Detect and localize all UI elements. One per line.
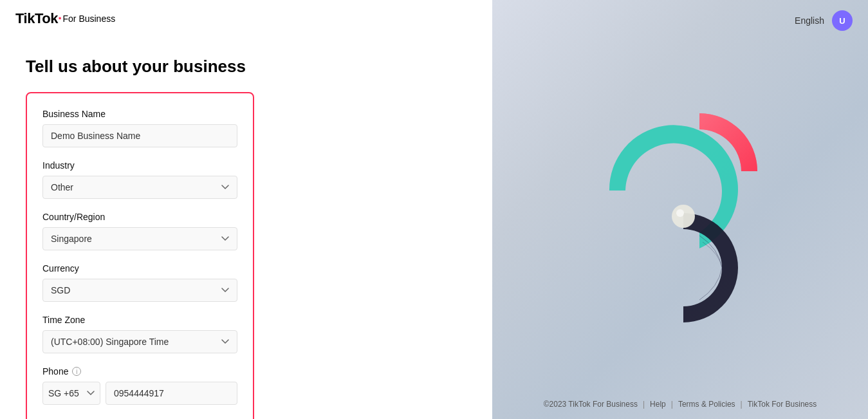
right-footer: ©2023 TikTok For Business | Help | Terms… — [492, 400, 868, 409]
terms-link[interactable]: Terms & Policies — [678, 400, 735, 409]
svg-point-0 — [672, 205, 695, 228]
copyright-text: ©2023 TikTok For Business — [544, 400, 638, 409]
country-label: Country/Region — [42, 212, 237, 222]
phone-number-input[interactable] — [106, 382, 237, 405]
language-selector[interactable]: English — [795, 15, 824, 26]
phone-country-select[interactable]: SG +65 — [42, 382, 100, 405]
logo-forbusiness-text: For Business — [63, 14, 116, 24]
tiktok-illustration — [571, 88, 790, 332]
top-right-nav: English U — [795, 10, 853, 31]
country-select[interactable]: Singapore — [42, 227, 237, 250]
industry-select[interactable]: Other — [42, 176, 237, 199]
right-panel: English U ©2023 T — [492, 0, 868, 419]
help-link[interactable]: Help — [650, 400, 666, 409]
form-card: Business Name Industry Other Country/Reg… — [26, 92, 254, 419]
logo: TikTok·For Business — [15, 10, 115, 27]
currency-select[interactable]: SGD — [42, 279, 237, 302]
country-group: Country/Region Singapore — [42, 212, 237, 250]
phone-info-icon[interactable]: i — [72, 367, 81, 376]
industry-group: Industry Other — [42, 160, 237, 199]
business-name-label: Business Name — [42, 109, 237, 119]
tiktok-business-link[interactable]: TikTok For Business — [748, 400, 817, 409]
user-avatar[interactable]: U — [832, 10, 853, 31]
industry-label: Industry — [42, 160, 237, 171]
currency-label: Currency — [42, 263, 237, 274]
business-name-group: Business Name — [42, 109, 237, 147]
timezone-select[interactable]: (UTC+08:00) Singapore Time — [42, 330, 237, 353]
header: TikTok·For Business — [0, 0, 492, 37]
phone-label: Phone i — [42, 366, 237, 377]
currency-group: Currency SGD — [42, 263, 237, 302]
sep3: | — [741, 400, 743, 409]
main-content: Tell us about your business Business Nam… — [0, 37, 492, 419]
timezone-group: Time Zone (UTC+08:00) Singapore Time — [42, 315, 237, 353]
phone-group: Phone i SG +65 — [42, 366, 237, 405]
sep2: | — [671, 400, 673, 409]
timezone-label: Time Zone — [42, 315, 237, 325]
business-name-input[interactable] — [42, 124, 237, 147]
logo-tiktok-text: TikTok — [15, 10, 58, 27]
svg-point-1 — [676, 209, 684, 217]
phone-row: SG +65 — [42, 382, 237, 405]
logo-dot: · — [58, 10, 62, 27]
page-title: Tell us about your business — [26, 57, 466, 77]
left-panel: TikTok·For Business Tell us about your b… — [0, 0, 492, 419]
sep1: | — [643, 400, 645, 409]
